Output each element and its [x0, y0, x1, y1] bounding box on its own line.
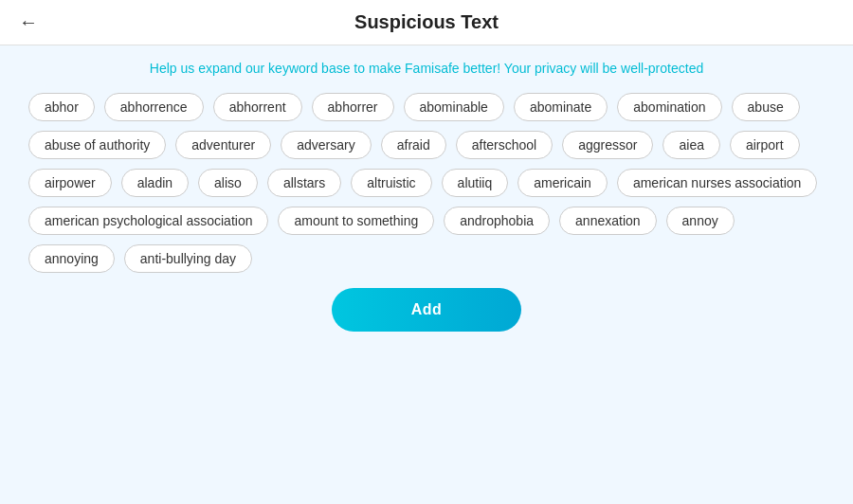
- tag-item[interactable]: american nurses association: [617, 169, 817, 197]
- tag-item[interactable]: abomination: [617, 93, 721, 121]
- tag-item[interactable]: anti-bullying day: [124, 244, 252, 273]
- tag-item[interactable]: amount to something: [278, 207, 434, 235]
- tag-item[interactable]: airpower: [28, 169, 112, 197]
- tag-item[interactable]: afraid: [381, 131, 446, 159]
- tag-item[interactable]: abuse of authority: [28, 131, 166, 159]
- page-title: Suspicious Text: [354, 11, 499, 33]
- tag-item[interactable]: abominable: [404, 93, 504, 121]
- tag-item[interactable]: abhorrent: [213, 93, 302, 121]
- tag-item[interactable]: abominate: [514, 93, 608, 121]
- tag-item[interactable]: aggressor: [562, 131, 653, 159]
- tag-item[interactable]: annoying: [28, 244, 115, 273]
- tag-item[interactable]: aiea: [662, 131, 719, 159]
- tag-item[interactable]: abhorrence: [104, 93, 204, 121]
- header: ← Suspicious Text: [0, 0, 853, 45]
- tag-item[interactable]: alutiiq: [442, 169, 509, 197]
- add-button[interactable]: Add: [332, 288, 521, 332]
- content-area: abhorabhorrenceabhorrentabhorrerabominab…: [0, 83, 853, 360]
- back-button[interactable]: ←: [19, 11, 38, 33]
- tag-item[interactable]: airport: [730, 131, 800, 159]
- add-button-container: Add: [28, 273, 825, 341]
- tag-item[interactable]: abuse: [732, 93, 800, 121]
- tag-item[interactable]: annoy: [666, 207, 735, 235]
- tag-item[interactable]: american psychological association: [28, 207, 268, 235]
- tag-item[interactable]: abhorrer: [312, 93, 394, 121]
- subtitle-text: Help us expand our keyword base to make …: [0, 45, 853, 83]
- tag-item[interactable]: abhor: [28, 93, 95, 121]
- tag-item[interactable]: afterschool: [456, 131, 553, 159]
- tag-item[interactable]: annexation: [559, 207, 657, 235]
- tag-item[interactable]: altruistic: [351, 169, 431, 197]
- tag-item[interactable]: americain: [517, 169, 608, 197]
- tag-item[interactable]: adventurer: [175, 131, 271, 159]
- tag-item[interactable]: adversary: [281, 131, 371, 159]
- tag-item[interactable]: androphobia: [444, 207, 550, 235]
- tag-item[interactable]: aliso: [198, 169, 258, 197]
- tags-container: abhorabhorrenceabhorrentabhorrerabominab…: [28, 93, 825, 273]
- tag-item[interactable]: aladin: [121, 169, 189, 197]
- tag-item[interactable]: allstars: [267, 169, 341, 197]
